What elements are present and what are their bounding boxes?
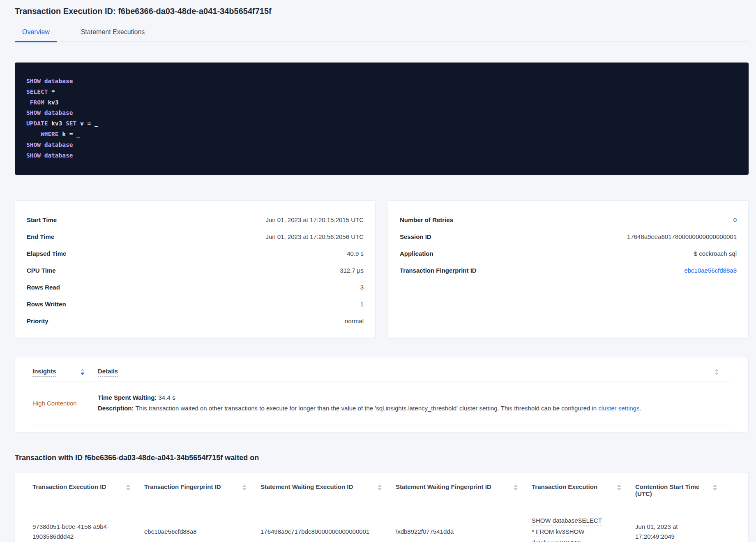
sql-line: WHERE k = _ [26, 129, 737, 140]
column-header-stmt-waiting-fingerprint-id: Statement Waiting Fingerprint ID [396, 483, 532, 491]
insights-table: Insights Details High Contention Time Sp… [15, 357, 749, 432]
details-column-label[interactable]: Details [98, 368, 118, 375]
sort-icon[interactable] [713, 483, 717, 491]
summary-row-application: Application $ cockroach sql [400, 249, 737, 259]
waiting-label: Time Spent Waiting: [98, 394, 157, 401]
sql-text: * [48, 88, 55, 95]
sql-keyword: SHOW database [26, 141, 73, 148]
cell-stmt-waiting-fingerprint-id: \xdb8922f077541dda [396, 527, 532, 537]
application-value: $ cockroach sql [694, 249, 737, 259]
rows-read-value: 3 [360, 283, 364, 292]
summary-row-elapsed-time: Elapsed Time 40.9 s [27, 249, 364, 259]
elapsed-time-label: Elapsed Time [27, 249, 66, 259]
sort-icon[interactable] [378, 483, 382, 491]
summary-row-rows-read: Rows Read 3 [27, 283, 364, 292]
description-text: This transaction waited on other transac… [135, 405, 598, 412]
cell-txn-execution: SHOW databaseSELECT * FROM kv3SHOW datab… [532, 515, 635, 542]
sql-text: kv3 [44, 99, 59, 106]
stmt-waiting-fingerprint-id-column-label[interactable]: Statement Waiting Fingerprint ID [396, 483, 491, 490]
contention-start-time-column-label[interactable]: Contention Start Time (UTC) [635, 483, 713, 497]
stmt-waiting-fingerprint-id-value: \xdb8922f077541dda [396, 527, 518, 537]
txn-fingerprint-label: Transaction Fingerprint ID [400, 266, 477, 276]
sort-icon[interactable] [126, 483, 130, 491]
retries-label: Number of Retries [400, 215, 453, 225]
summary-cards: Start Time Jun 01, 2023 at 17:20:15:2015… [15, 200, 749, 338]
tab-bar: Overview Statement Executions [15, 28, 749, 42]
tab-overview[interactable]: Overview [15, 28, 57, 42]
sql-line: SHOW database [26, 140, 737, 151]
elapsed-time-value: 40.9 s [347, 249, 364, 259]
sql-line: SHOW database [26, 108, 737, 118]
table-row: 9738d051-bc0e-4158-a9b4-1903586ddd42 ebc… [32, 504, 731, 542]
page-title: Transaction Execution ID: f6be6366-da03-… [15, 7, 749, 16]
summary-row-session-id: Session ID 17648a9eea6017800000000000000… [400, 232, 737, 242]
sql-keyword: SET [66, 120, 76, 127]
session-id-value: 17648a9eea6017800000000000000001 [627, 232, 737, 242]
sort-icon[interactable] [242, 483, 247, 491]
sql-line: SHOW database [26, 76, 737, 87]
insights-column-label[interactable]: Insights [32, 368, 56, 375]
txn-execution-id-value: 9738d051-bc0e-4158-a9b4-1903586ddd42 [32, 522, 117, 542]
cell-txn-execution-id: 9738d051-bc0e-4158-a9b4-1903586ddd42 [32, 522, 144, 542]
sql-keyword: UPDATE [26, 120, 48, 127]
sql-keyword: WHERE [41, 131, 59, 137]
sort-icon[interactable] [514, 483, 518, 491]
start-time-value: Jun 01, 2023 at 17:20:15:2015 UTC [265, 215, 364, 225]
waited-on-table: Transaction Execution ID Transaction Fin… [15, 472, 749, 542]
application-label: Application [400, 249, 433, 259]
end-time-value: Jun 01, 2023 at 17:20:56:2056 UTC [265, 232, 364, 242]
cell-contention-start-time: Jun 01, 2023 at 17:20:49:2049 [635, 522, 731, 542]
transaction-details-page: Transaction Execution ID: f6be6366-da03-… [0, 0, 756, 542]
txn-execution-id-column-label[interactable]: Transaction Execution ID [32, 483, 106, 490]
stmt-waiting-execution-id-column-label[interactable]: Statement Waiting Execution ID [260, 483, 353, 490]
column-header-txn-execution-id: Transaction Execution ID [32, 483, 144, 491]
sql-keyword: SHOW database [26, 152, 73, 159]
rows-read-label: Rows Read [27, 283, 60, 292]
column-header-txn-execution: Transaction Execution [532, 483, 635, 491]
txn-fingerprint-id-column-label[interactable]: Transaction Fingerprint ID [144, 483, 221, 490]
insight-type-badge: High Contention [32, 400, 98, 407]
retries-value: 0 [733, 215, 737, 225]
description-period: . [639, 405, 641, 412]
sql-keyword: FROM [30, 99, 44, 106]
cell-txn-fingerprint-id: ebc10ae56cfd88a8 [144, 527, 260, 537]
txn-fingerprint-link[interactable]: ebc10ae56cfd88a8 [684, 266, 737, 276]
txn-fingerprint-id-value: ebc10ae56cfd88a8 [144, 527, 247, 537]
start-time-label: Start Time [27, 215, 57, 225]
column-header-txn-fingerprint-id: Transaction Fingerprint ID [144, 483, 260, 491]
sort-icon[interactable] [81, 368, 85, 375]
summary-row-cpu-time: CPU Time 312.7 µs [27, 266, 364, 276]
insight-waiting-line: Time Spent Waiting: 34.4 s [98, 392, 731, 403]
sql-text: kv3 [48, 120, 66, 127]
column-header-contention-start-time: Contention Start Time (UTC) [635, 483, 731, 497]
txn-execution-column-label[interactable]: Transaction Execution [532, 483, 597, 490]
sql-keyword: SHOW database [26, 78, 73, 84]
sql-text [26, 99, 30, 106]
insight-description-line: Description: This transaction waited on … [98, 403, 731, 414]
sql-statements-box: SHOW database SELECT * FROM kv3 SHOW dat… [15, 63, 749, 175]
cell-stmt-waiting-execution-id: 176498a9c717bdc80000000000000001 [260, 527, 396, 537]
session-id-label: Session ID [400, 232, 431, 242]
contention-start-time-value: Jun 01, 2023 at 17:20:49:2049 [635, 522, 717, 542]
sql-text: v = _ [76, 120, 98, 127]
column-header-stmt-waiting-execution-id: Statement Waiting Execution ID [260, 483, 396, 491]
summary-row-start-time: Start Time Jun 01, 2023 at 17:20:15:2015… [27, 215, 364, 225]
txn-execution-statement-link[interactable]: SHOW databaseSELECT * FROM kv3SHOW datab… [532, 515, 602, 542]
summary-row-end-time: End Time Jun 01, 2023 at 17:20:56:2056 U… [27, 232, 364, 242]
tab-statement-executions[interactable]: Statement Executions [74, 28, 152, 42]
sql-keyword: SELECT [26, 88, 48, 95]
summary-row-priority: Priority normal [27, 316, 364, 326]
description-label: Description: [98, 405, 134, 412]
summary-row-retries: Number of Retries 0 [400, 215, 737, 225]
insight-details: Time Spent Waiting: 34.4 s Description: … [98, 392, 731, 414]
summary-row-txn-fingerprint: Transaction Fingerprint ID ebc10ae56cfd8… [400, 266, 737, 276]
sql-line: FROM kv3 [26, 97, 737, 108]
summary-row-rows-written: Rows Written 1 [27, 299, 364, 309]
insights-column-header: Insights [32, 368, 98, 375]
sql-line: SHOW database [26, 151, 737, 161]
sort-icon[interactable] [617, 483, 621, 491]
insights-table-header: Insights Details [32, 357, 731, 382]
stmt-waiting-execution-id-value: 176498a9c717bdc80000000000000001 [260, 527, 382, 537]
cluster-settings-link[interactable]: cluster settings [598, 405, 639, 412]
sort-icon[interactable] [715, 368, 719, 375]
